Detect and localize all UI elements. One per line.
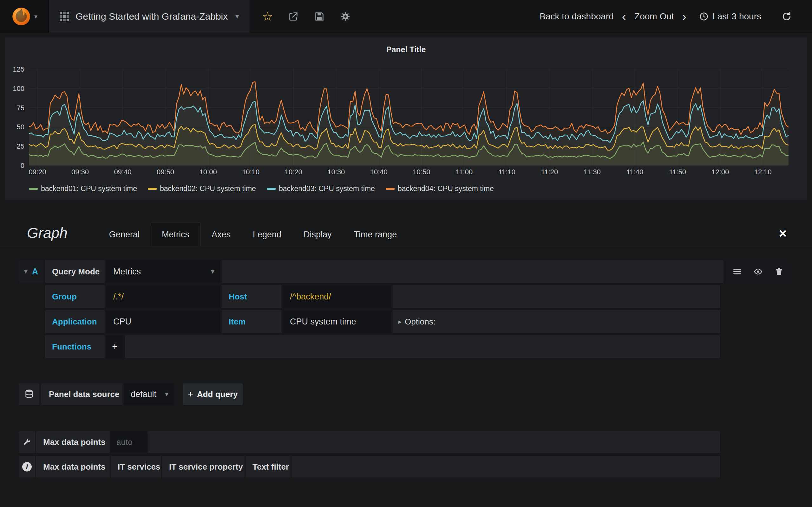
- refresh-icon[interactable]: [781, 11, 792, 21]
- save-icon[interactable]: [312, 0, 326, 33]
- editor-tabs-bar: Graph General Metrics Axes Legend Displa…: [0, 221, 812, 246]
- row-filler: ▸ Options:: [393, 310, 720, 333]
- close-editor-icon[interactable]: ×: [779, 227, 786, 240]
- dashboard-title-button[interactable]: Getting Started with Grafana-Zabbix ▾: [48, 0, 250, 33]
- settings-gear-icon[interactable]: [339, 0, 352, 33]
- svg-text:50: 50: [17, 123, 24, 131]
- group-label: Group: [45, 285, 105, 308]
- svg-text:12:10: 12:10: [754, 168, 772, 176]
- legend-label: backend01: CPU system time: [41, 184, 137, 193]
- group-input[interactable]: /.*/: [106, 285, 220, 308]
- max-data-points-input[interactable]: [111, 431, 148, 453]
- back-to-dashboard-button[interactable]: Back to dashboard: [540, 11, 614, 21]
- datasource-icon-cell: [19, 383, 39, 405]
- tab-legend[interactable]: Legend: [242, 222, 293, 246]
- clock-icon: [699, 12, 709, 21]
- query-ref-id: A: [32, 267, 38, 277]
- row-indent: [19, 335, 44, 358]
- time-shift-right-icon[interactable]: ›: [674, 10, 695, 23]
- legend-item[interactable]: backend03: CPU system time: [267, 184, 375, 193]
- tab-metrics[interactable]: Metrics: [151, 222, 200, 246]
- svg-text:100: 100: [13, 84, 24, 93]
- legend-item[interactable]: backend04: CPU system time: [386, 184, 494, 193]
- query-mode-label: Query Mode: [45, 260, 105, 283]
- max-data-points-row: Max data points: [19, 431, 720, 453]
- navbar-right: Back to dashboard ‹ Zoom Out › Last 3 ho…: [540, 0, 812, 33]
- tab-display[interactable]: Display: [293, 222, 343, 246]
- svg-text:11:40: 11:40: [626, 168, 643, 176]
- query-collapse-button[interactable]: ▾ A: [19, 260, 44, 283]
- svg-text:09:40: 09:40: [114, 168, 131, 176]
- panel-editor: Graph General Metrics Axes Legend Displa…: [0, 221, 812, 477]
- row-filler: [148, 431, 720, 453]
- options-toggle[interactable]: ▸ Options:: [398, 317, 436, 327]
- query-editor: ▾ A Query Mode Metrics ▾: [0, 260, 812, 358]
- svg-text:11:20: 11:20: [541, 168, 558, 176]
- query-mode-dropdown[interactable]: Metrics ▾: [106, 260, 220, 283]
- legend-label: backend04: CPU system time: [398, 184, 494, 193]
- application-label: Application: [45, 310, 105, 333]
- query-row-group-host: Group /.*/ Host /^backend/: [19, 285, 720, 308]
- eye-icon: [754, 267, 763, 276]
- navbar: ▾ Getting Started with Grafana-Zabbix ▾ …: [0, 0, 812, 33]
- options-links-row: i Max data points IT services IT service…: [19, 456, 720, 477]
- legend-color-icon: [386, 188, 395, 190]
- host-input[interactable]: /^backend/: [283, 285, 391, 308]
- option-max-data-points[interactable]: Max data points: [36, 456, 110, 477]
- application-input[interactable]: CPU: [106, 310, 220, 333]
- grafana-logo[interactable]: ▾: [0, 0, 48, 33]
- item-label: Item: [222, 310, 281, 333]
- option-it-service-property[interactable]: IT service property: [162, 456, 245, 477]
- zoom-out-button[interactable]: Zoom Out: [635, 11, 674, 21]
- info-icon: i: [22, 462, 32, 471]
- tab-time-range[interactable]: Time range: [343, 222, 408, 246]
- query-row-functions: Functions +: [19, 335, 720, 358]
- svg-text:10:20: 10:20: [285, 168, 302, 176]
- row-filler: [125, 335, 720, 358]
- query-delete-button[interactable]: [770, 260, 788, 283]
- query-toggle-visibility-button[interactable]: [749, 260, 767, 283]
- time-picker-button[interactable]: Last 3 hours: [699, 11, 761, 21]
- wrench-icon-cell: [19, 431, 35, 453]
- panel-datasource-label: Panel data source: [41, 383, 122, 405]
- share-icon[interactable]: [287, 0, 300, 33]
- legend-item[interactable]: backend02: CPU system time: [148, 184, 256, 193]
- star-icon[interactable]: ☆: [260, 0, 274, 33]
- chart-legend: backend01: CPU system timebackend02: CPU…: [5, 182, 807, 193]
- dashboard-title: Getting Started with Grafana-Zabbix: [75, 11, 228, 22]
- grafana-flame-icon: [11, 6, 32, 27]
- query-menu-button[interactable]: [728, 260, 746, 283]
- dashboard-grid-icon: [60, 12, 69, 21]
- legend-color-icon: [148, 188, 157, 190]
- svg-text:10:00: 10:00: [200, 168, 217, 176]
- caret-down-icon: ▾: [211, 268, 214, 276]
- tab-general[interactable]: General: [98, 222, 151, 246]
- caret-down-icon: ▾: [24, 268, 28, 276]
- option-it-services[interactable]: IT services: [111, 456, 161, 477]
- add-function-button[interactable]: +: [106, 335, 123, 358]
- panel-type-title: Graph: [27, 224, 67, 243]
- svg-text:11:10: 11:10: [498, 168, 515, 176]
- legend-item[interactable]: backend01: CPU system time: [29, 184, 137, 193]
- query-row-mode: ▾ A Query Mode Metrics ▾: [19, 260, 788, 283]
- row-filler: [222, 260, 723, 283]
- row-indent: [19, 310, 44, 333]
- host-label: Host: [222, 285, 281, 308]
- trash-icon: [774, 267, 783, 276]
- datasource-dropdown[interactable]: default ▾: [124, 383, 173, 405]
- time-range-label: Last 3 hours: [712, 11, 761, 21]
- database-icon: [24, 389, 34, 399]
- tab-axes[interactable]: Axes: [200, 222, 242, 246]
- time-shift-left-icon[interactable]: ‹: [614, 10, 635, 23]
- caret-down-icon: ▾: [165, 390, 168, 398]
- svg-text:75: 75: [17, 104, 24, 112]
- option-text-filter[interactable]: Text filter: [246, 456, 291, 477]
- add-query-button[interactable]: + Add query: [183, 383, 243, 405]
- svg-text:125: 125: [13, 65, 24, 73]
- query-row-application-item: Application CPU Item CPU system time ▸ O…: [19, 310, 720, 333]
- svg-text:11:30: 11:30: [583, 168, 600, 176]
- info-icon-cell: i: [19, 456, 35, 477]
- functions-label: Functions: [45, 335, 105, 358]
- item-input[interactable]: CPU system time: [283, 310, 391, 333]
- panel-title[interactable]: Panel Title: [5, 38, 807, 56]
